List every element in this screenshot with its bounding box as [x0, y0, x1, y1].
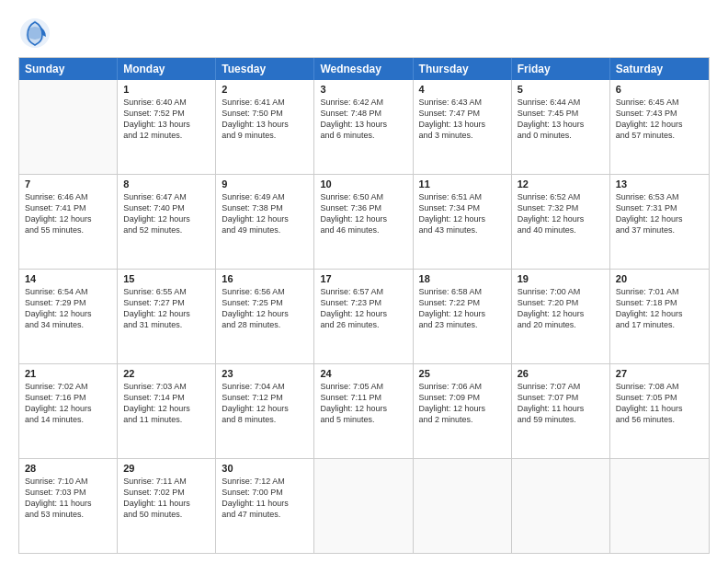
calendar-cell: 1Sunrise: 6:40 AMSunset: 7:52 PMDaylight… — [118, 80, 216, 174]
cell-info-line: Sunrise: 7:03 AM — [123, 381, 210, 392]
cell-info-line: and 57 minutes. — [616, 130, 703, 141]
calendar-cell — [414, 459, 512, 553]
day-number: 25 — [419, 368, 506, 379]
cell-info-line: Sunrise: 7:05 AM — [320, 381, 406, 392]
header — [18, 17, 710, 50]
calendar-cell: 29Sunrise: 7:11 AMSunset: 7:02 PMDayligh… — [118, 459, 216, 553]
cell-info-line: and 28 minutes. — [222, 319, 308, 330]
calendar-cell: 5Sunrise: 6:44 AMSunset: 7:45 PMDaylight… — [512, 80, 610, 174]
calendar-cell: 4Sunrise: 6:43 AMSunset: 7:47 PMDaylight… — [414, 80, 512, 174]
calendar-cell: 17Sunrise: 6:57 AMSunset: 7:23 PMDayligh… — [314, 270, 413, 363]
cell-info-line: and 12 minutes. — [123, 130, 210, 141]
cell-info-line: Sunrise: 6:43 AM — [419, 97, 506, 108]
cell-info-line: Sunrise: 6:44 AM — [518, 97, 604, 108]
cell-info-line: and 26 minutes. — [320, 319, 406, 330]
cell-info-line: Daylight: 12 hours — [222, 213, 308, 224]
day-number: 8 — [123, 178, 210, 190]
day-number: 5 — [518, 84, 604, 95]
calendar-cell: 22Sunrise: 7:03 AMSunset: 7:14 PMDayligh… — [118, 364, 216, 458]
calendar-cell: 2Sunrise: 6:41 AMSunset: 7:50 PMDaylight… — [216, 80, 314, 174]
calendar-cell: 6Sunrise: 6:45 AMSunset: 7:43 PMDaylight… — [610, 80, 709, 174]
day-number: 30 — [222, 463, 308, 474]
cell-info-line: Daylight: 11 hours — [123, 498, 210, 509]
cell-info-line: Daylight: 13 hours — [123, 119, 210, 130]
cell-info-line: and 6 minutes. — [320, 130, 406, 141]
page: SundayMondayTuesdayWednesdayThursdayFrid… — [0, 0, 728, 563]
cell-info-line: and 31 minutes. — [123, 319, 210, 330]
header-day-thursday: Thursday — [414, 58, 512, 80]
cell-info-line: Sunset: 7:27 PM — [123, 297, 210, 308]
header-day-tuesday: Tuesday — [216, 58, 314, 80]
cell-info-line: Sunset: 7:40 PM — [123, 202, 210, 213]
cell-info-line: Sunset: 7:25 PM — [222, 297, 308, 308]
cell-info-line: Daylight: 12 hours — [419, 213, 506, 224]
day-number: 4 — [419, 84, 506, 95]
cell-info-line: Sunrise: 6:55 AM — [123, 286, 210, 297]
calendar-cell: 7Sunrise: 6:46 AMSunset: 7:41 PMDaylight… — [19, 175, 118, 269]
cell-info-line: and 37 minutes. — [616, 224, 703, 236]
day-number: 1 — [123, 84, 210, 95]
cell-info-line: Daylight: 12 hours — [419, 308, 506, 319]
cell-info-line: Daylight: 12 hours — [25, 213, 111, 224]
cell-info-line: and 47 minutes. — [222, 509, 308, 520]
day-number: 9 — [222, 178, 308, 190]
calendar-cell: 28Sunrise: 7:10 AMSunset: 7:03 PMDayligh… — [19, 459, 118, 553]
day-number: 29 — [123, 463, 210, 474]
cell-info-line: and 9 minutes. — [222, 130, 308, 141]
cell-info-line: Sunset: 7:48 PM — [320, 108, 406, 119]
day-number: 16 — [222, 273, 308, 284]
cell-info-line: Sunrise: 7:12 AM — [222, 476, 308, 487]
cell-info-line: Sunrise: 6:45 AM — [616, 97, 703, 108]
calendar-cell — [19, 80, 118, 174]
cell-info-line: Daylight: 12 hours — [222, 403, 308, 414]
day-number: 28 — [25, 463, 111, 474]
cell-info-line: and 20 minutes. — [518, 319, 604, 330]
day-number: 6 — [616, 84, 703, 95]
calendar-cell: 30Sunrise: 7:12 AMSunset: 7:00 PMDayligh… — [216, 459, 314, 553]
calendar-cell: 14Sunrise: 6:54 AMSunset: 7:29 PMDayligh… — [19, 270, 118, 363]
cell-info-line: Daylight: 11 hours — [518, 403, 604, 414]
day-number: 13 — [616, 178, 703, 190]
cell-info-line: and 2 minutes. — [419, 414, 506, 425]
cell-info-line: Sunrise: 6:56 AM — [222, 286, 308, 297]
header-day-wednesday: Wednesday — [314, 58, 413, 80]
day-number: 2 — [222, 84, 308, 95]
day-number: 3 — [320, 84, 406, 95]
cell-info-line: and 43 minutes. — [419, 224, 506, 236]
header-day-monday: Monday — [118, 58, 216, 80]
cell-info-line: and 34 minutes. — [25, 319, 111, 330]
cell-info-line: Sunset: 7:43 PM — [616, 108, 703, 119]
cell-info-line: and 17 minutes. — [616, 319, 703, 330]
calendar-cell: 26Sunrise: 7:07 AMSunset: 7:07 PMDayligh… — [512, 364, 610, 458]
calendar-cell — [314, 459, 413, 553]
day-number: 10 — [320, 178, 406, 190]
calendar-cell: 27Sunrise: 7:08 AMSunset: 7:05 PMDayligh… — [610, 364, 709, 458]
header-day-sunday: Sunday — [19, 58, 118, 80]
calendar-cell: 10Sunrise: 6:50 AMSunset: 7:36 PMDayligh… — [314, 175, 413, 269]
day-number: 11 — [419, 178, 506, 190]
cell-info-line: Daylight: 13 hours — [320, 119, 406, 130]
calendar-cell: 11Sunrise: 6:51 AMSunset: 7:34 PMDayligh… — [414, 175, 512, 269]
calendar-cell: 21Sunrise: 7:02 AMSunset: 7:16 PMDayligh… — [19, 364, 118, 458]
cell-info-line: Sunrise: 6:53 AM — [616, 191, 703, 202]
day-number: 27 — [616, 368, 703, 379]
day-number: 7 — [25, 178, 111, 190]
cell-info-line: Sunset: 7:20 PM — [518, 297, 604, 308]
calendar-row-4: 28Sunrise: 7:10 AMSunset: 7:03 PMDayligh… — [19, 458, 709, 553]
calendar-cell — [512, 459, 610, 553]
day-number: 22 — [123, 368, 210, 379]
calendar-row-3: 21Sunrise: 7:02 AMSunset: 7:16 PMDayligh… — [19, 363, 709, 458]
cell-info-line: Daylight: 12 hours — [222, 308, 308, 319]
calendar-cell: 23Sunrise: 7:04 AMSunset: 7:12 PMDayligh… — [216, 364, 314, 458]
calendar-cell: 9Sunrise: 6:49 AMSunset: 7:38 PMDaylight… — [216, 175, 314, 269]
cell-info-line: Sunset: 7:12 PM — [222, 392, 308, 403]
cell-info-line: Daylight: 12 hours — [616, 119, 703, 130]
calendar-cell: 16Sunrise: 6:56 AMSunset: 7:25 PMDayligh… — [216, 270, 314, 363]
cell-info-line: and 55 minutes. — [25, 224, 111, 236]
cell-info-line: and 5 minutes. — [320, 414, 406, 425]
cell-info-line: Daylight: 12 hours — [616, 308, 703, 319]
cell-info-line: Daylight: 13 hours — [419, 119, 506, 130]
cell-info-line: and 59 minutes. — [518, 414, 604, 425]
calendar-row-1: 7Sunrise: 6:46 AMSunset: 7:41 PMDaylight… — [19, 174, 709, 269]
cell-info-line: Sunrise: 7:04 AM — [222, 381, 308, 392]
